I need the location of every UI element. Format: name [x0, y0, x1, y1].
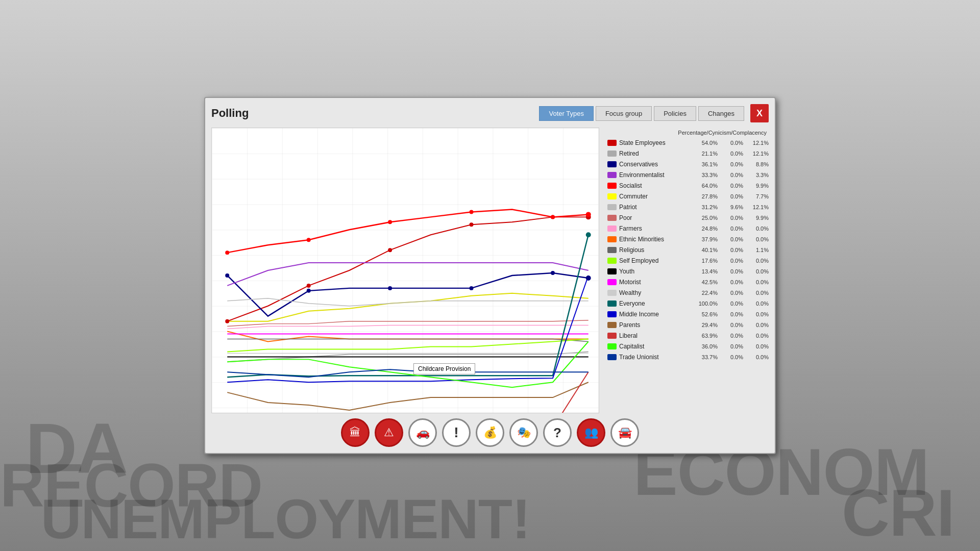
icon-btn-people[interactable]: 👥 [577, 418, 605, 447]
legend-voter-name: Motorist [619, 279, 697, 286]
legend-values: 100.0% 0.0% 0.0% [697, 300, 769, 307]
legend-values: 22.4% 0.0% 0.0% [697, 290, 769, 296]
legend-comp: 9.9% [748, 215, 769, 221]
legend-pct: 52.6% [697, 311, 718, 317]
money-icon: 💰 [483, 426, 497, 439]
legend-color-swatch [607, 258, 617, 264]
legend-comp: 0.0% [748, 322, 769, 328]
svg-point-15 [307, 238, 311, 242]
legend-color-swatch [607, 322, 617, 328]
legend-item[interactable]: Capitalist 36.0% 0.0% 0.0% [607, 341, 769, 352]
warning-icon: ⚠ [384, 426, 394, 439]
legend-voter-name: Poor [619, 214, 697, 221]
legend-voter-name: Everyone [619, 300, 697, 307]
legend-item[interactable]: Commuter 27.8% 0.0% 7.7% [607, 191, 769, 202]
legend-item[interactable]: Conservatives 36.1% 0.0% 8.8% [607, 159, 769, 169]
legend-voter-name: Socialist [619, 182, 697, 189]
legend-item[interactable]: Self Employed 17.6% 0.0% 0.0% [607, 256, 769, 266]
legend-pct: 21.1% [697, 151, 718, 157]
legend-item[interactable]: Religious 40.1% 0.0% 1.1% [607, 245, 769, 255]
close-button[interactable]: X [750, 104, 769, 122]
legend-voter-name: Trade Unionist [619, 354, 697, 361]
legend-values: 31.2% 9.6% 12.1% [697, 204, 769, 210]
icon-btn-culture[interactable]: 🎭 [509, 418, 538, 447]
legend-item[interactable]: Ethnic Minorities 37.9% 0.0% 0.0% [607, 234, 769, 244]
tab-changes[interactable]: Changes [698, 106, 744, 121]
tab-voter-types[interactable]: Voter Types [539, 106, 593, 121]
legend-voter-name: Conservatives [619, 161, 697, 168]
legend-pct: 54.0% [697, 140, 718, 146]
icon-btn-car[interactable]: 🚘 [610, 418, 639, 447]
economy-icon: 🏛 [350, 426, 361, 439]
legend-values: 36.1% 0.0% 8.8% [697, 161, 769, 167]
legend-item[interactable]: Poor 25.0% 0.0% 9.9% [607, 213, 769, 223]
legend-color-swatch [607, 290, 617, 296]
modal-body: ! ⊕ Childcare Provision Percentage/Cynic… [211, 128, 769, 413]
icon-btn-money[interactable]: 💰 [476, 418, 504, 447]
tab-focus-group[interactable]: Focus group [596, 106, 652, 121]
legend-item[interactable]: Liberal 63.9% 0.0% 0.0% [607, 331, 769, 341]
legend-item[interactable]: Wealthy 22.4% 0.0% 0.0% [607, 288, 769, 298]
legend-cyn: 0.0% [723, 183, 743, 189]
icon-btn-question[interactable]: ? [543, 418, 572, 447]
legend-color-swatch [607, 268, 617, 274]
legend-voter-name: Parents [619, 321, 697, 329]
legend-pct: 31.2% [697, 204, 718, 210]
legend-item[interactable]: Everyone 100.0% 0.0% 0.0% [607, 298, 769, 309]
legend-values: 33.3% 0.0% 3.3% [697, 172, 769, 178]
legend-voter-name: Environmentalist [619, 171, 697, 179]
icon-btn-exclamation[interactable]: ! [442, 418, 471, 447]
tab-policies[interactable]: Policies [654, 106, 696, 121]
legend-voter-name: Ethnic Minorities [619, 236, 697, 243]
legend-values: 17.6% 0.0% 0.0% [697, 258, 769, 264]
legend-item[interactable]: Farmers 24.8% 0.0% 0.0% [607, 223, 769, 234]
legend-comp: 0.0% [748, 279, 769, 285]
legend-color-swatch [607, 172, 617, 178]
polling-modal: Polling Voter Types Focus group Policies… [204, 97, 776, 454]
icon-btn-transport[interactable]: 🚗 [408, 418, 437, 447]
svg-point-17 [470, 210, 474, 214]
legend-item[interactable]: State Employees 54.0% 0.0% 12.1% [607, 138, 769, 148]
legend-cyn: 0.0% [723, 268, 743, 274]
legend-color-swatch [607, 140, 617, 146]
legend-comp: 9.9% [748, 183, 769, 189]
legend-item[interactable]: Middle Income 52.6% 0.0% 0.0% [607, 309, 769, 319]
page-title: Polling [211, 107, 249, 120]
tab-group: Voter Types Focus group Policies Changes… [539, 104, 769, 122]
svg-point-3 [307, 284, 311, 288]
legend-values: 33.7% 0.0% 0.0% [697, 354, 769, 360]
legend-cyn: 0.0% [723, 258, 743, 264]
legend-cyn: 0.0% [723, 236, 743, 242]
legend-item[interactable]: Environmentalist 33.3% 0.0% 3.3% [607, 170, 769, 180]
legend-pct: 37.9% [697, 236, 718, 242]
legend-cyn: 0.0% [723, 354, 743, 360]
legend-item[interactable]: Socialist 64.0% 0.0% 9.9% [607, 181, 769, 191]
exclamation-icon: ! [454, 424, 458, 441]
legend-cyn: 0.0% [723, 300, 743, 307]
legend-item[interactable]: Retired 21.1% 0.0% 12.1% [607, 148, 769, 159]
legend-item[interactable]: Trade Unionist 33.7% 0.0% 0.0% [607, 352, 769, 362]
legend-voter-name: Religious [619, 246, 697, 254]
svg-point-16 [388, 220, 392, 224]
legend-item[interactable]: Youth 13.4% 0.0% 0.0% [607, 266, 769, 277]
svg-point-20 [586, 232, 591, 237]
icon-btn-economy[interactable]: 🏛 [341, 418, 370, 447]
legend-comp: 3.3% [748, 172, 769, 178]
legend-voter-name: Middle Income [619, 311, 697, 318]
legend-values: 25.0% 0.0% 9.9% [697, 215, 769, 221]
legend-pct: 27.8% [697, 193, 718, 199]
legend-cyn: 0.0% [723, 247, 743, 253]
legend-values: 52.6% 0.0% 0.0% [697, 311, 769, 317]
legend-item[interactable]: Patriot 31.2% 9.6% 12.1% [607, 202, 769, 212]
legend-pct: 64.0% [697, 183, 718, 189]
legend-item[interactable]: Motorist 42.5% 0.0% 0.0% [607, 277, 769, 287]
people-icon: 👥 [584, 426, 598, 439]
svg-point-11 [470, 286, 474, 290]
legend-item[interactable]: Parents 29.4% 0.0% 0.0% [607, 320, 769, 330]
legend-comp: 1.1% [748, 247, 769, 253]
legend-voter-name: Patriot [619, 204, 697, 211]
legend-comp: 0.0% [748, 343, 769, 349]
legend-voter-name: Farmers [619, 225, 697, 232]
icon-btn-warning[interactable]: ⚠ [375, 418, 403, 447]
legend-pct: 100.0% [697, 300, 718, 307]
